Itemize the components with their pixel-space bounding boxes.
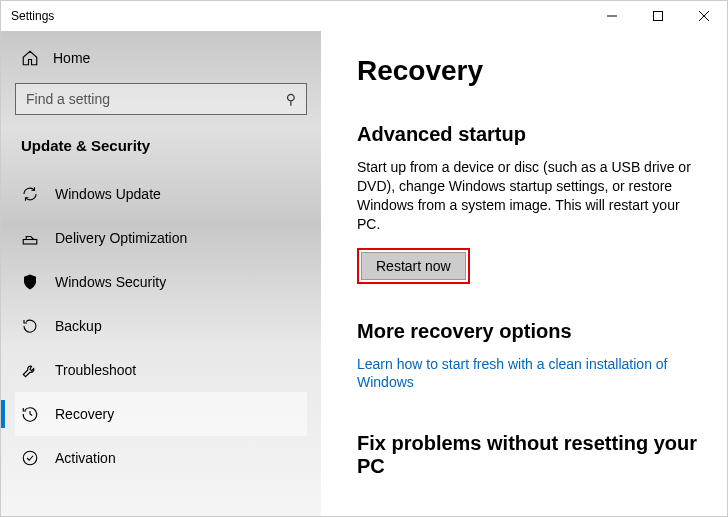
maximize-button[interactable] bbox=[635, 1, 681, 31]
wrench-icon bbox=[21, 361, 39, 379]
home-label: Home bbox=[53, 50, 90, 66]
content-area: Home ⚲ Update & Security Windows Update bbox=[1, 31, 727, 516]
search-icon: ⚲ bbox=[286, 91, 296, 107]
nav-list: Windows Update Delivery Optimization Win… bbox=[15, 172, 307, 480]
fresh-start-link[interactable]: Learn how to start fresh with a clean in… bbox=[357, 355, 701, 393]
sidebar-item-label: Troubleshoot bbox=[55, 362, 136, 378]
sidebar-item-label: Delivery Optimization bbox=[55, 230, 187, 246]
recovery-icon bbox=[21, 405, 39, 423]
sidebar-item-activation[interactable]: Activation bbox=[15, 436, 307, 480]
fix-problems-heading: Fix problems without resetting your PC bbox=[357, 432, 701, 478]
sidebar-item-windows-security[interactable]: Windows Security bbox=[15, 260, 307, 304]
sidebar-item-label: Activation bbox=[55, 450, 116, 466]
sidebar-item-label: Recovery bbox=[55, 406, 114, 422]
restart-now-button[interactable]: Restart now bbox=[361, 252, 466, 280]
main-panel: Recovery Advanced startup Start up from … bbox=[321, 31, 727, 516]
delivery-icon bbox=[21, 229, 39, 247]
sidebar-item-delivery-optimization[interactable]: Delivery Optimization bbox=[15, 216, 307, 260]
category-heading: Update & Security bbox=[15, 115, 307, 166]
settings-window: Settings Home ⚲ Update & Security bbox=[0, 0, 728, 517]
svg-rect-1 bbox=[654, 12, 663, 21]
advanced-startup-heading: Advanced startup bbox=[357, 123, 701, 146]
backup-icon bbox=[21, 317, 39, 335]
advanced-startup-desc: Start up from a device or disc (such as … bbox=[357, 158, 701, 234]
home-icon bbox=[21, 49, 39, 67]
window-title: Settings bbox=[1, 9, 54, 23]
minimize-button[interactable] bbox=[589, 1, 635, 31]
titlebar: Settings bbox=[1, 1, 727, 31]
minimize-icon bbox=[607, 11, 617, 21]
close-button[interactable] bbox=[681, 1, 727, 31]
page-title: Recovery bbox=[357, 55, 701, 87]
activation-icon bbox=[21, 449, 39, 467]
more-recovery-heading: More recovery options bbox=[357, 320, 701, 343]
sidebar-item-windows-update[interactable]: Windows Update bbox=[15, 172, 307, 216]
sidebar-item-label: Windows Security bbox=[55, 274, 166, 290]
sidebar: Home ⚲ Update & Security Windows Update bbox=[1, 31, 321, 516]
sidebar-item-recovery[interactable]: Recovery bbox=[15, 392, 307, 436]
close-icon bbox=[699, 11, 709, 21]
maximize-icon bbox=[653, 11, 663, 21]
sidebar-item-backup[interactable]: Backup bbox=[15, 304, 307, 348]
sidebar-item-troubleshoot[interactable]: Troubleshoot bbox=[15, 348, 307, 392]
sidebar-item-label: Backup bbox=[55, 318, 102, 334]
svg-point-5 bbox=[23, 451, 37, 465]
sync-icon bbox=[21, 185, 39, 203]
search-box[interactable]: ⚲ bbox=[15, 83, 307, 115]
shield-icon bbox=[21, 273, 39, 291]
highlight-box: Restart now bbox=[357, 248, 470, 284]
home-nav[interactable]: Home bbox=[15, 31, 307, 83]
svg-rect-4 bbox=[23, 240, 37, 245]
sidebar-item-label: Windows Update bbox=[55, 186, 161, 202]
search-input[interactable] bbox=[26, 91, 286, 107]
